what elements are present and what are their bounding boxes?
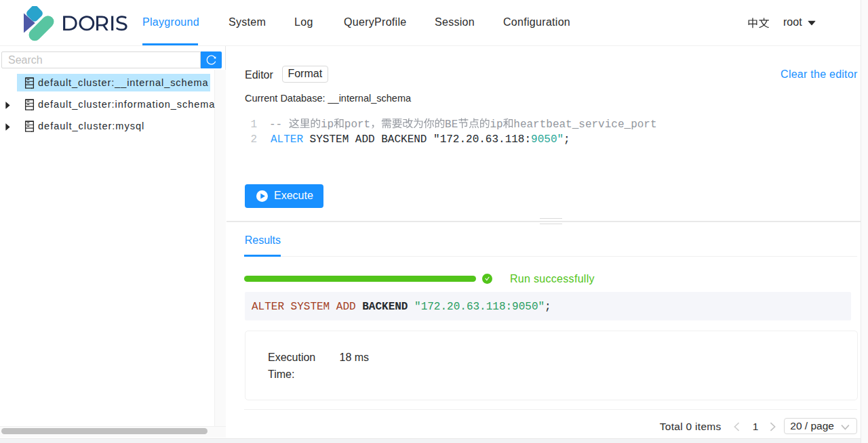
svg-text:BE: BE — [445, 119, 458, 131]
svg-text:ip: ip — [490, 119, 502, 131]
svg-text:port: port — [344, 119, 370, 131]
svg-text:ip: ip — [321, 119, 334, 131]
svg-text:heartbeat_service_port: heartbeat_service_port — [513, 119, 656, 131]
svg-text:--: -- — [269, 119, 282, 131]
